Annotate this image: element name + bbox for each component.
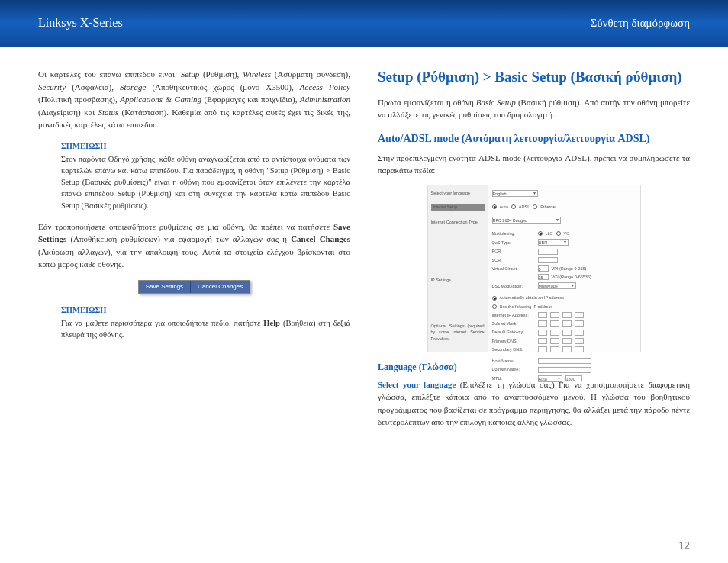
shot-right-fields: English Auto ADSL Ethernet RFC 2684 Brid… (488, 185, 640, 352)
router-admin-screenshot: Select your language Internet Setup Inte… (427, 185, 641, 352)
section-title: Setup (Ρύθμιση) > Basic Setup (Βασική ρύ… (378, 68, 690, 87)
page-number: 12 (678, 539, 690, 552)
header-product: Linksys X-Series (38, 16, 123, 30)
adsl-intro: Στην προεπιλεγμένη ενότητα ADSL mode (λε… (378, 152, 690, 177)
page-body: Οι καρτέλες του επάνω επιπέδου είναι: Se… (0, 47, 728, 444)
mode-auto-radio (492, 204, 497, 209)
tabs-intro-paragraph: Οι καρτέλες του επάνω επιπέδου είναι: Se… (38, 68, 350, 131)
left-column: Οι καρτέλες του επάνω επιπέδου είναι: Se… (38, 68, 350, 436)
ict-select: RFC 2684 Bridged (492, 217, 561, 224)
language-paragraph: Select your language (Επιλέξτε τη γλώσσα… (378, 378, 690, 429)
shot-left-labels: Select your language Internet Setup Inte… (428, 185, 488, 352)
header-section: Σύνθετη διαμόρφωση (591, 17, 691, 30)
buttons-graphic: Save Settings Cancel Changes (138, 280, 251, 294)
cancel-changes-graphic: Cancel Changes (191, 281, 250, 293)
page-header: Linksys X-Series Σύνθετη διαμόρφωση (0, 0, 728, 46)
lang-select: English (492, 190, 538, 197)
mode-adsl-radio (511, 204, 516, 209)
note-body: Στον παρόντα Οδηγό χρήσης, κάθε οθόνη αν… (61, 155, 350, 210)
note-screen-naming: ΣΗΜΕΙΩΣΗ Στον παρόντα Οδηγό χρήσης, κάθε… (61, 140, 350, 211)
right-column: Setup (Ρύθμιση) > Basic Setup (Βασική ρύ… (378, 68, 690, 436)
note-title: ΣΗΜΕΙΩΣΗ (61, 304, 350, 316)
save-cancel-paragraph: Εάν τροποποιήσετε οποιεσδήποτε ρυθμίσεις… (38, 220, 350, 271)
save-settings-graphic: Save Settings (139, 281, 191, 293)
inline-buttons-image: Save Settings Cancel Changes (38, 280, 350, 294)
note-title: ΣΗΜΕΙΩΣΗ (61, 140, 350, 152)
basic-setup-intro: Πρώτα εμφανίζεται η οθόνη Basic Setup (Β… (378, 96, 690, 121)
subsection-auto-adsl: Auto/ADSL mode (Αυτόματη λειτουργία/λειτ… (378, 132, 690, 146)
note-help: ΣΗΜΕΙΩΣΗ Για να μάθετε περισσότερα για ο… (61, 304, 350, 341)
mode-eth-radio (533, 204, 537, 209)
